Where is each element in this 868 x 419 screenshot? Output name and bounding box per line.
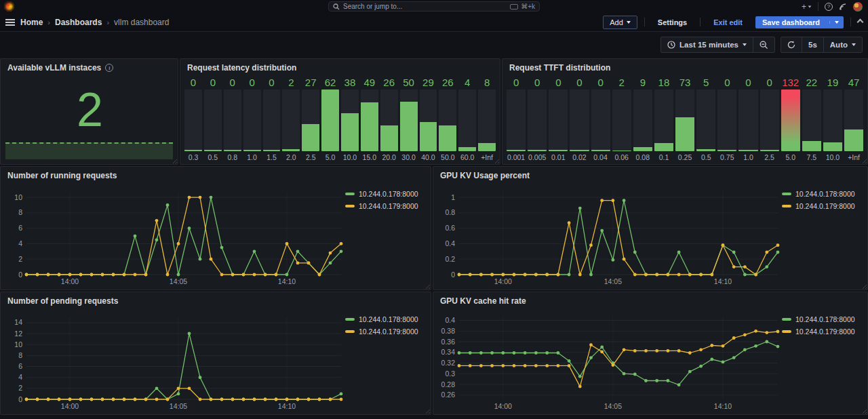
svg-text:8: 8 bbox=[18, 351, 22, 359]
histogram-bucket[interactable]: 01.5 bbox=[263, 77, 281, 161]
legend-item[interactable]: 10.244.0.179:8000 bbox=[782, 202, 865, 210]
pending-requests-chart[interactable]: 0246810121414:0014:0514:10 10.244.0.178:… bbox=[3, 310, 428, 412]
histogram-bucket[interactable]: 00.8 bbox=[224, 77, 241, 161]
svg-text:2: 2 bbox=[18, 255, 22, 263]
histogram-bucket[interactable]: 5030.0 bbox=[400, 77, 418, 161]
histogram-bucket[interactable]: 00.02 bbox=[570, 77, 589, 161]
add-new-icon[interactable]: + bbox=[802, 3, 812, 11]
plot-area[interactable]: 0.260.280.30.320.340.360.380.414:0014:05… bbox=[436, 310, 782, 412]
panel-title[interactable]: GPU KV Usage percent bbox=[433, 167, 867, 183]
plot-area[interactable]: 024681014:0014:0514:10 bbox=[3, 184, 345, 287]
time-range-picker[interactable]: Last 15 minutes bbox=[661, 37, 753, 52]
panel-title[interactable]: Request latency distribution bbox=[180, 59, 500, 75]
auto-refresh-picker[interactable]: Auto bbox=[823, 37, 862, 52]
legend-item[interactable]: 10.244.0.178:8000 bbox=[345, 315, 428, 323]
bucket-label: 0.25 bbox=[675, 151, 694, 161]
panel-title[interactable]: Request TTFT distribution bbox=[502, 59, 867, 75]
histogram-bucket[interactable]: 47+Inf bbox=[844, 77, 863, 161]
refresh-button[interactable] bbox=[781, 37, 802, 52]
panel-title[interactable]: GPU KV cache hit rate bbox=[433, 292, 867, 308]
plot-area[interactable]: 0246810121414:0014:0514:10 bbox=[3, 310, 345, 412]
save-options-caret[interactable] bbox=[829, 21, 844, 24]
menu-icon[interactable] bbox=[5, 19, 15, 26]
histogram-bucket[interactable]: 8+Inf bbox=[478, 77, 496, 161]
histogram-bucket[interactable]: 227.5 bbox=[802, 77, 821, 161]
stat-value: 2 bbox=[3, 75, 175, 144]
histogram-bucket[interactable]: 22.0 bbox=[282, 77, 300, 161]
histogram-bucket[interactable]: 00.5 bbox=[204, 77, 222, 161]
bucket-value: 132 bbox=[781, 77, 800, 89]
histogram-bucket[interactable]: 272.5 bbox=[302, 77, 319, 161]
breadcrumb-dashboards[interactable]: Dashboards bbox=[55, 18, 102, 27]
histogram-bucket[interactable]: 4915.0 bbox=[361, 77, 378, 161]
legend-item[interactable]: 10.244.0.179:8000 bbox=[345, 202, 428, 210]
series-color-dash bbox=[345, 193, 355, 195]
info-icon[interactable]: i bbox=[105, 64, 113, 72]
add-button[interactable]: Add bbox=[603, 16, 637, 29]
histogram-bucket[interactable]: 50.5 bbox=[696, 77, 715, 161]
zoom-out-button[interactable] bbox=[753, 37, 774, 52]
panel-title[interactable]: Number of pending requests bbox=[1, 292, 431, 308]
histogram-bucket[interactable]: 00.001 bbox=[507, 77, 526, 161]
bucket-value: 29 bbox=[420, 77, 437, 89]
series-color-dash bbox=[782, 205, 791, 207]
grafana-logo[interactable] bbox=[4, 1, 14, 12]
bucket-bar bbox=[823, 89, 842, 151]
histogram-bucket[interactable]: 20.06 bbox=[612, 77, 631, 161]
histogram-bucket[interactable]: 2940.0 bbox=[420, 77, 437, 161]
histogram-bucket[interactable]: 90.08 bbox=[633, 77, 652, 161]
legend: 10.244.0.178:800010.244.0.179:8000 bbox=[782, 310, 865, 412]
latency-histogram[interactable]: 00.300.500.801.001.522.0272.5625.03810.0… bbox=[184, 77, 496, 161]
panel-title[interactable]: Number of running requests bbox=[1, 167, 431, 183]
histogram-bucket[interactable]: 625.0 bbox=[321, 77, 339, 161]
histogram-bucket[interactable]: 1910.0 bbox=[823, 77, 842, 161]
histogram-bucket[interactable]: 2650.0 bbox=[439, 77, 456, 161]
panel-title[interactable]: Available vLLM instaces i bbox=[1, 59, 178, 75]
histogram-bucket[interactable]: 2620.0 bbox=[380, 77, 398, 161]
svg-text:2: 2 bbox=[18, 384, 22, 392]
legend-item[interactable]: 10.244.0.178:8000 bbox=[345, 190, 428, 198]
histogram-bucket[interactable]: 180.1 bbox=[654, 77, 673, 161]
histogram-bucket[interactable]: 01.0 bbox=[243, 77, 261, 161]
histogram-bucket[interactable]: 00.04 bbox=[591, 77, 610, 161]
bucket-value: 0 bbox=[760, 77, 779, 89]
legend: 10.244.0.178:800010.244.0.179:8000 bbox=[345, 184, 428, 287]
settings-button[interactable]: Settings bbox=[652, 16, 693, 28]
legend-item[interactable]: 10.244.0.179:8000 bbox=[782, 327, 865, 336]
panel-request-latency: Request latency distribution 00.300.500.… bbox=[180, 58, 500, 165]
breadcrumb-home[interactable]: Home bbox=[20, 18, 43, 27]
svg-text:14:10: 14:10 bbox=[714, 402, 732, 410]
running-requests-chart[interactable]: 024681014:0014:0514:10 10.244.0.178:8000… bbox=[3, 184, 428, 287]
histogram-bucket[interactable]: 01.0 bbox=[738, 77, 757, 161]
collapse-toolbar-icon[interactable] bbox=[857, 19, 864, 26]
cache-hit-rate-chart[interactable]: 0.260.280.30.320.340.360.380.414:0014:05… bbox=[436, 310, 865, 412]
legend-item[interactable]: 10.244.0.178:8000 bbox=[782, 315, 865, 323]
bucket-bar bbox=[760, 89, 779, 151]
save-dashboard-button[interactable]: Save dashboard bbox=[755, 16, 844, 28]
histogram-bucket[interactable]: 00.01 bbox=[549, 77, 568, 161]
refresh-interval-label[interactable]: 5s bbox=[802, 37, 823, 52]
legend-item[interactable]: 10.244.0.178:8000 bbox=[782, 190, 865, 198]
histogram-bucket[interactable]: 730.25 bbox=[675, 77, 694, 161]
bucket-value: 0 bbox=[263, 77, 281, 89]
svg-text:10: 10 bbox=[14, 340, 22, 348]
svg-text:14:00: 14:00 bbox=[494, 402, 512, 410]
stat-body[interactable]: 2 bbox=[3, 75, 175, 161]
histogram-bucket[interactable]: 00.3 bbox=[184, 77, 202, 161]
news-icon[interactable] bbox=[839, 3, 847, 11]
ttft-histogram[interactable]: 00.00100.00500.0100.0200.0420.0690.08180… bbox=[507, 77, 863, 161]
avatar[interactable] bbox=[853, 2, 863, 12]
kv-usage-chart[interactable]: 00.20.40.60.8114:0014:0514:10 10.244.0.1… bbox=[436, 184, 865, 287]
plot-area[interactable]: 00.20.40.60.8114:0014:0514:10 bbox=[436, 184, 782, 287]
exit-edit-button[interactable]: Exit edit bbox=[707, 16, 749, 28]
legend-item[interactable]: 10.244.0.179:8000 bbox=[345, 327, 428, 336]
histogram-bucket[interactable]: 02.5 bbox=[760, 77, 779, 161]
histogram-bucket[interactable]: 1325.0 bbox=[781, 77, 800, 161]
help-icon[interactable]: ? bbox=[825, 3, 833, 11]
svg-text:14:05: 14:05 bbox=[604, 402, 622, 410]
histogram-bucket[interactable]: 460.0 bbox=[458, 77, 476, 161]
histogram-bucket[interactable]: 00.005 bbox=[528, 77, 547, 161]
histogram-bucket[interactable]: 00.75 bbox=[717, 77, 736, 161]
histogram-bucket[interactable]: 3810.0 bbox=[341, 77, 359, 161]
search-input[interactable]: Search or jump to... ⌘+k bbox=[328, 1, 540, 12]
